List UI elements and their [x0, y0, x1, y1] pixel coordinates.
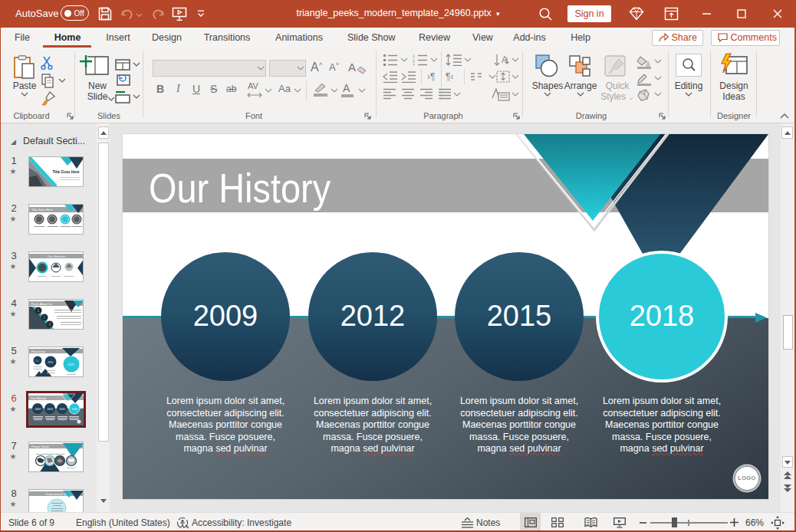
svg-text:3: 3: [413, 63, 415, 67]
svg-text:1%: 1%: [35, 360, 39, 363]
svg-text:2015: 2015: [60, 408, 66, 411]
svg-text:2009: 2009: [35, 408, 41, 411]
svg-text:2012: 2012: [48, 408, 54, 411]
svg-text:2018: 2018: [72, 408, 78, 411]
svg-text:142%: 142%: [67, 363, 74, 366]
svg-text:75%: 75%: [48, 361, 53, 364]
